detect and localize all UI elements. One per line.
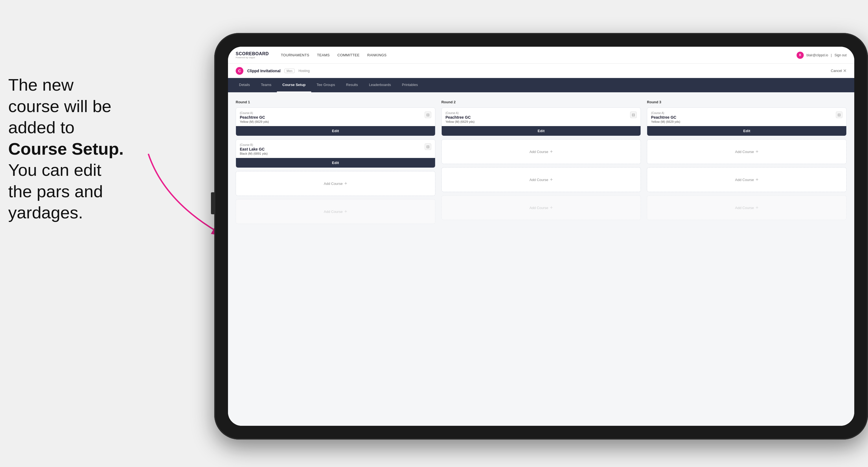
tab-details[interactable]: Details <box>234 78 255 92</box>
delete-icon: ⊟ <box>426 113 430 117</box>
round2-add-course-3-button: Add Course + <box>441 195 641 220</box>
round2-add-course-2-label: Add Course <box>529 178 548 182</box>
round2-course-a-card: (Course A) Peachtree GC Yellow (M) (6629… <box>441 107 641 136</box>
round1-course-a-label: (Course A) <box>240 112 423 115</box>
round1-course-b-card: (Course B) East Lake GC Black (M) (6891 … <box>236 139 435 168</box>
scoreboard-logo: SCOREBOARD Powered by clippd <box>236 51 269 59</box>
delete-icon: ⊟ <box>838 113 841 117</box>
round2-course-a-edit-button[interactable]: Edit <box>442 126 641 136</box>
tab-results[interactable]: Results <box>341 78 363 92</box>
round1-course-a-name: Peachtree GC <box>240 115 423 120</box>
round-3-label: Round 3 <box>647 100 846 104</box>
tab-tee-groups[interactable]: Tee Groups <box>311 78 341 92</box>
round-2-column: Round 2 (Course A) Peachtree GC Yellow (… <box>441 100 641 418</box>
round2-add-course-3-label: Add Course <box>529 206 548 210</box>
round3-course-a-info: (Course A) Peachtree GC Yellow (M) (6629… <box>651 112 834 123</box>
main-content: Round 1 (Course A) Peachtree GC Yellow (… <box>228 92 854 426</box>
round1-course-a-delete-button[interactable]: ⊟ <box>425 112 431 118</box>
round2-course-a-info: (Course A) Peachtree GC Yellow (M) (6629… <box>445 112 628 123</box>
tablet-device: SCOREBOARD Powered by clippd TOURNAMENTS… <box>214 33 868 439</box>
round3-add-course-3-button: Add Course + <box>647 195 846 220</box>
round2-course-a-label: (Course A) <box>445 112 628 115</box>
round2-add-course-2-button[interactable]: Add Course + <box>441 167 641 192</box>
round1-add-course-1-button[interactable]: Add Course + <box>236 171 435 196</box>
logo-main-text: SCOREBOARD <box>236 51 269 56</box>
round3-add-course-3-plus-icon: + <box>756 205 759 211</box>
round2-course-a-delete-button[interactable]: ⊟ <box>630 112 637 118</box>
side-button <box>211 192 214 214</box>
breadcrumb-bar: C Clippd Invitational Men Hosting Cancel… <box>228 64 854 78</box>
round-1-column: Round 1 (Course A) Peachtree GC Yellow (… <box>236 100 435 418</box>
tab-teams[interactable]: Teams <box>255 78 277 92</box>
round-3-column: Round 3 (Course A) Peachtree GC Yellow (… <box>647 100 846 418</box>
tablet-screen: SCOREBOARD Powered by clippd TOURNAMENTS… <box>228 47 854 426</box>
nav-teams[interactable]: TEAMS <box>317 53 330 57</box>
round3-add-course-2-plus-icon: + <box>756 177 759 183</box>
nav-rankings[interactable]: RANKINGS <box>367 53 386 57</box>
round3-course-a-label: (Course A) <box>651 112 834 115</box>
user-email: blair@clippd.io <box>806 53 828 57</box>
round2-add-course-1-plus-icon: + <box>550 149 553 155</box>
round3-course-a-edit-button[interactable]: Edit <box>647 126 846 136</box>
tab-printables[interactable]: Printables <box>396 78 423 92</box>
tab-leaderboards[interactable]: Leaderboards <box>363 78 396 92</box>
tournament-badge: Men <box>284 69 294 73</box>
nav-links: TOURNAMENTS TEAMS COMMITTEE RANKINGS <box>281 53 788 57</box>
round3-add-course-3-label: Add Course <box>735 206 754 210</box>
add-course-2-plus-icon: + <box>344 209 347 215</box>
round3-course-a-name: Peachtree GC <box>651 115 834 120</box>
nav-tournaments[interactable]: TOURNAMENTS <box>281 53 309 57</box>
hosting-label: Hosting <box>299 69 310 73</box>
round3-add-course-1-button[interactable]: Add Course + <box>647 139 846 164</box>
round2-course-a-tee: Yellow (M) (6629 yds) <box>445 120 628 123</box>
nav-committee[interactable]: COMMITTEE <box>337 53 360 57</box>
round2-add-course-2-plus-icon: + <box>550 177 553 183</box>
round3-add-course-1-plus-icon: + <box>756 149 759 155</box>
round2-add-course-1-button[interactable]: Add Course + <box>441 139 641 164</box>
add-course-1-label: Add Course <box>324 182 343 186</box>
delete-icon: ⊟ <box>632 113 635 117</box>
round1-course-a-tee: Yellow (M) (6629 yds) <box>240 120 423 123</box>
tournament-title: Clippd Invitational <box>247 69 280 73</box>
add-course-1-plus-icon: + <box>344 181 347 187</box>
round3-course-a-tee: Yellow (M) (6629 yds) <box>651 120 834 123</box>
round2-course-a-name: Peachtree GC <box>445 115 628 120</box>
round1-course-a-edit-button[interactable]: Edit <box>236 126 435 136</box>
round2-add-course-3-plus-icon: + <box>550 205 553 211</box>
tab-bar: Details Teams Course Setup Tee Groups Re… <box>228 78 854 92</box>
round3-course-a-delete-button[interactable]: ⊟ <box>836 112 842 118</box>
round1-course-b-edit-button[interactable]: Edit <box>236 158 435 167</box>
user-avatar: B <box>797 52 804 59</box>
round3-course-a-card: (Course A) Peachtree GC Yellow (M) (6629… <box>647 107 846 136</box>
round3-add-course-2-button[interactable]: Add Course + <box>647 167 846 192</box>
round-1-label: Round 1 <box>236 100 435 104</box>
round1-course-b-info: (Course B) East Lake GC Black (M) (6891 … <box>240 144 423 155</box>
round1-course-b-label: (Course B) <box>240 144 423 147</box>
nav-pipe: | <box>831 53 832 57</box>
round-2-label: Round 2 <box>441 100 641 104</box>
round1-add-course-2-button: Add Course + <box>236 199 435 224</box>
round1-course-a-card: (Course A) Peachtree GC Yellow (M) (6629… <box>236 107 435 136</box>
delete-icon: ⊟ <box>426 145 430 149</box>
round3-add-course-2-label: Add Course <box>735 178 754 182</box>
nav-right: B blair@clippd.io | Sign out <box>797 52 846 59</box>
round1-course-b-delete-button[interactable]: ⊟ <box>425 144 431 150</box>
round1-course-b-tee: Black (M) (6891 yds) <box>240 152 423 155</box>
round1-course-b-name: East Lake GC <box>240 147 423 151</box>
cancel-button[interactable]: Cancel ✕ <box>831 68 846 73</box>
tab-course-setup[interactable]: Course Setup <box>277 78 311 92</box>
round3-add-course-1-label: Add Course <box>735 150 754 154</box>
brand-logo: C <box>236 67 243 75</box>
top-nav: SCOREBOARD Powered by clippd TOURNAMENTS… <box>228 47 854 64</box>
add-course-2-label: Add Course <box>324 210 343 214</box>
round2-add-course-1-label: Add Course <box>529 150 548 154</box>
sign-out-link[interactable]: Sign out <box>835 53 846 57</box>
logo-sub-text: Powered by clippd <box>236 56 269 59</box>
cancel-x-icon: ✕ <box>843 68 846 73</box>
round1-course-a-info: (Course A) Peachtree GC Yellow (M) (6629… <box>240 112 423 123</box>
